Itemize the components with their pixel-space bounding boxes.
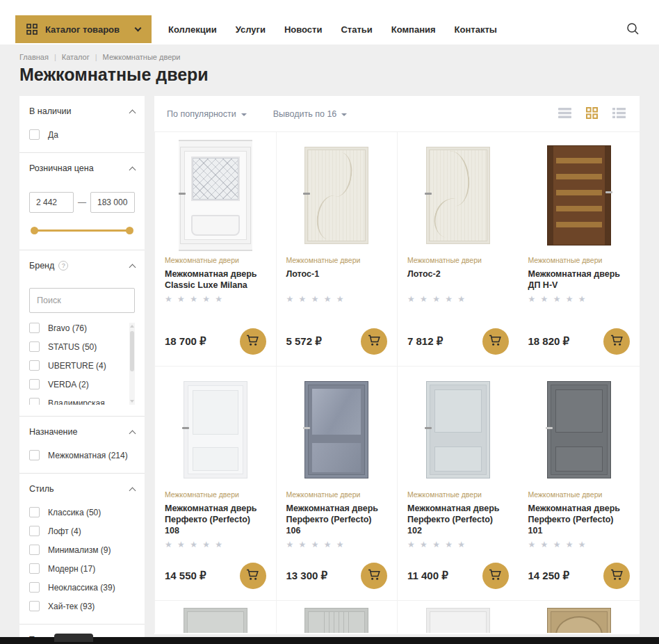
product-category[interactable]: Межкомнатные двери xyxy=(165,256,266,264)
checkbox[interactable] xyxy=(29,450,40,460)
product-category[interactable]: Межкомнатные двери xyxy=(407,490,509,499)
scrollbar-thumb[interactable] xyxy=(130,331,134,371)
catalog-button[interactable]: Каталог товаров xyxy=(15,15,152,43)
add-to-cart-button[interactable] xyxy=(482,563,509,589)
checkbox[interactable] xyxy=(29,379,40,389)
nav-link[interactable]: Компания xyxy=(391,24,436,35)
product-card[interactable]: Межкомнатные двери Межкомнатная дверь Пе… xyxy=(276,367,398,601)
price-max-input[interactable] xyxy=(90,192,135,213)
product-title[interactable]: Лотос-1 xyxy=(286,268,388,291)
add-to-cart-button[interactable] xyxy=(603,328,630,355)
product-card[interactable]: Межкомнатные двери Межкомнатная дверь ДП… xyxy=(519,132,640,367)
checkbox[interactable] xyxy=(29,582,40,593)
nav-link[interactable]: Коллекции xyxy=(168,24,217,35)
price-slider-handle-max[interactable] xyxy=(126,227,133,234)
price-slider-handle-min[interactable] xyxy=(31,227,38,234)
breadcrumb-catalog[interactable]: Каталог xyxy=(62,53,90,61)
brand-search-input[interactable] xyxy=(29,288,135,313)
product-category[interactable]: Межкомнатные двери xyxy=(407,256,509,264)
filter-purpose-header[interactable]: Назначение xyxy=(19,417,145,447)
view-table-button[interactable] xyxy=(611,106,627,122)
add-to-cart-button[interactable] xyxy=(603,563,630,589)
help-icon[interactable]: ? xyxy=(58,261,68,271)
product-category[interactable]: Межкомнатные двери xyxy=(528,490,630,499)
product-title[interactable]: Лотос-2 xyxy=(407,268,509,291)
product-category[interactable]: Межкомнатные двери xyxy=(165,490,266,499)
view-list-button[interactable] xyxy=(557,106,573,122)
nav-link[interactable]: Статьи xyxy=(341,24,372,35)
product-image[interactable] xyxy=(528,375,630,485)
add-to-cart-button[interactable] xyxy=(240,328,266,355)
checkbox[interactable] xyxy=(29,129,40,140)
product-card[interactable]: Межкомнатные двери Межкомнатная дверь Cl… xyxy=(154,132,276,367)
style-option[interactable]: Хай-тек (93) xyxy=(29,601,135,611)
product-image[interactable] xyxy=(286,140,388,250)
nav-link[interactable]: Контакты xyxy=(455,24,497,35)
product-title[interactable]: Межкомнатная дверь Перфекто (Perfecto) 1… xyxy=(165,503,266,536)
product-card[interactable]: Межкомнатные двери Лотос-1 ★ ★ ★ ★ ★ 5 5… xyxy=(276,132,398,367)
add-to-cart-button[interactable] xyxy=(240,563,266,589)
product-card[interactable]: Межкомнатные двери Межкомнатная дверь Пе… xyxy=(397,367,519,601)
filter-brand-header[interactable]: Бренд ? xyxy=(19,250,145,281)
sort-dropdown[interactable]: По популярности xyxy=(167,109,247,119)
product-image[interactable] xyxy=(407,375,509,485)
product-title[interactable]: Межкомнатная дверь Classic Luxe Milana xyxy=(165,268,266,291)
brand-option[interactable]: VERDA (2) xyxy=(29,379,125,389)
product-image[interactable] xyxy=(165,375,266,485)
product-category[interactable]: Межкомнатные двери xyxy=(286,490,388,499)
brand-option[interactable]: Владимирская xyxy=(29,398,125,405)
add-to-cart-button[interactable] xyxy=(482,328,509,355)
checkbox[interactable] xyxy=(29,545,40,555)
nav-link[interactable]: Новости xyxy=(284,24,323,35)
style-option[interactable]: Лофт (4) xyxy=(29,526,135,536)
checkbox[interactable] xyxy=(29,323,40,333)
checkbox[interactable] xyxy=(29,526,40,536)
availability-option[interactable]: Да xyxy=(29,129,135,140)
style-option[interactable]: Неоклассика (39) xyxy=(29,582,135,593)
checkbox[interactable] xyxy=(29,360,40,371)
nav-link[interactable]: Услуги xyxy=(236,24,266,35)
checkbox[interactable] xyxy=(29,398,40,405)
scroll-down-icon[interactable] xyxy=(130,400,134,403)
product-title[interactable]: Межкомнатная дверь Перфекто (Perfecto) 1… xyxy=(528,503,630,536)
product-category[interactable]: Межкомнатные двери xyxy=(286,256,388,264)
style-option[interactable]: Модерн (17) xyxy=(29,563,135,574)
purpose-option[interactable]: Межкомнатная (214) xyxy=(29,450,135,460)
brand-option[interactable]: Bravo (76) xyxy=(29,323,125,333)
product-title[interactable]: Межкомнатная дверь ДП Н-V xyxy=(528,268,630,291)
checkbox[interactable] xyxy=(29,601,40,611)
product-card-partial[interactable] xyxy=(276,601,398,633)
style-option[interactable]: Минимализм (9) xyxy=(29,545,135,555)
filter-price-header[interactable]: Розничная цена xyxy=(19,153,145,184)
product-title[interactable]: Межкомнатная дверь Перфекто (Perfecto) 1… xyxy=(407,503,509,536)
product-card[interactable]: Межкомнатные двери Межкомнатная дверь Пе… xyxy=(519,367,640,601)
brand-option[interactable]: STATUS (50) xyxy=(29,341,125,352)
add-to-cart-button[interactable] xyxy=(361,563,387,589)
price-min-input[interactable] xyxy=(29,192,74,213)
product-category[interactable]: Межкомнатные двери xyxy=(528,256,630,264)
price-slider[interactable] xyxy=(31,227,133,234)
search-button[interactable] xyxy=(623,19,642,40)
per-page-dropdown[interactable]: Выводить по 16 xyxy=(273,109,348,119)
product-image[interactable] xyxy=(407,140,509,250)
product-title[interactable]: Межкомнатная дверь Перфекто (Perfecto) 1… xyxy=(286,503,388,536)
view-grid-button[interactable] xyxy=(585,106,599,122)
product-card-partial[interactable] xyxy=(397,601,519,633)
checkbox[interactable] xyxy=(29,563,40,574)
style-option[interactable]: Классика (50) xyxy=(29,507,135,517)
product-card-partial[interactable] xyxy=(154,601,276,633)
product-card-partial[interactable] xyxy=(519,601,640,633)
product-card[interactable]: Межкомнатные двери Лотос-2 ★ ★ ★ ★ ★ 7 8… xyxy=(397,132,519,367)
brand-option[interactable]: UBERTURE (4) xyxy=(29,360,125,371)
product-card[interactable]: Межкомнатные двери Межкомнатная дверь Пе… xyxy=(154,367,276,601)
product-image[interactable] xyxy=(286,375,388,485)
add-to-cart-button[interactable] xyxy=(361,328,387,355)
checkbox[interactable] xyxy=(29,341,40,352)
scrollbar[interactable] xyxy=(129,323,135,405)
checkbox[interactable] xyxy=(29,507,40,517)
scroll-up-icon[interactable] xyxy=(130,325,134,328)
filter-style-header[interactable]: Стиль xyxy=(19,474,145,504)
product-image[interactable] xyxy=(528,140,630,250)
breadcrumb-home[interactable]: Главная xyxy=(19,53,49,61)
filter-availability-header[interactable]: В наличии xyxy=(19,96,145,127)
